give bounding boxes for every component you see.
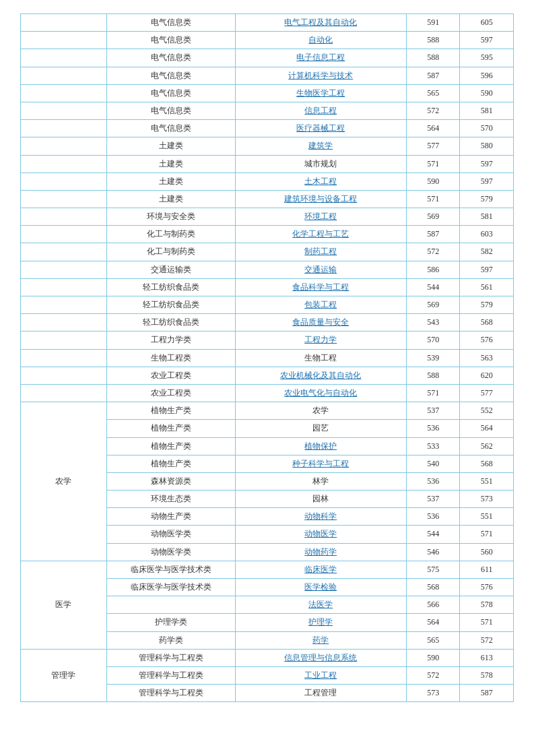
score-min-cell: 568 <box>406 579 460 596</box>
major-cell[interactable]: 制药工程 <box>235 243 406 261</box>
score-max-cell: 573 <box>460 491 514 508</box>
score-max-cell: 562 <box>460 437 514 455</box>
table-row: 轻工纺织食品类食品质量与安全543568 <box>21 314 514 332</box>
table-row: 化工与制药类化学工程与工艺587603 <box>21 226 514 243</box>
score-min-cell: 540 <box>406 455 460 472</box>
subcategory-cell: 电气信息类 <box>106 32 235 49</box>
subcategory-cell <box>106 596 235 614</box>
subcategory-cell: 植物生产类 <box>106 455 235 472</box>
major-cell[interactable]: 植物保护 <box>235 437 406 455</box>
major-cell[interactable]: 信息工程 <box>235 102 406 119</box>
category-cell <box>21 296 106 314</box>
major-cell[interactable]: 种子科学与工程 <box>235 455 406 472</box>
score-max-cell: 551 <box>460 508 514 526</box>
score-min-cell: 572 <box>406 243 460 261</box>
major-cell[interactable]: 计算机科学与技术 <box>235 67 406 84</box>
major-cell[interactable]: 医学检验 <box>235 579 406 596</box>
score-min-cell: 536 <box>406 420 460 437</box>
category-cell <box>21 172 106 190</box>
major-cell[interactable]: 电子信息工程 <box>235 49 406 67</box>
score-min-cell: 546 <box>406 543 460 561</box>
subcategory-cell: 农业工程类 <box>106 367 235 384</box>
score-max-cell: 620 <box>460 367 514 384</box>
major-cell[interactable]: 法医学 <box>235 596 406 614</box>
score-max-cell: 576 <box>460 332 514 349</box>
score-min-cell: 590 <box>406 649 460 666</box>
score-min-cell: 587 <box>406 67 460 84</box>
score-min-cell: 565 <box>406 631 460 649</box>
score-min-cell: 577 <box>406 137 460 155</box>
subcategory-cell: 土建类 <box>106 155 235 172</box>
subcategory-cell: 电气信息类 <box>106 14 235 32</box>
major-cell[interactable]: 农业机械化及其自动化 <box>235 367 406 384</box>
score-max-cell: 570 <box>460 120 514 137</box>
table-row: 土建类城市规划571597 <box>21 155 514 172</box>
score-max-cell: 577 <box>460 384 514 402</box>
score-max-cell: 568 <box>460 455 514 472</box>
major-cell[interactable]: 化学工程与工艺 <box>235 226 406 243</box>
category-cell <box>21 67 106 84</box>
major-cell[interactable]: 信息管理与信息系统 <box>235 649 406 666</box>
score-max-cell: 603 <box>460 226 514 243</box>
major-cell[interactable]: 动物医学 <box>235 526 406 543</box>
score-max-cell: 613 <box>460 649 514 666</box>
score-min-cell: 588 <box>406 32 460 49</box>
major-cell[interactable]: 临床医学 <box>235 561 406 578</box>
major-cell[interactable]: 土木工程 <box>235 172 406 190</box>
table-row: 交通运输类交通运输586597 <box>21 261 514 278</box>
major-cell[interactable]: 食品质量与安全 <box>235 314 406 332</box>
table-row: 农学植物生产类农学537552 <box>21 402 514 420</box>
score-min-cell: 575 <box>406 561 460 578</box>
category-cell <box>21 261 106 278</box>
major-cell[interactable]: 护理学 <box>235 614 406 631</box>
table-row: 电气信息类医疗器械工程564570 <box>21 120 514 137</box>
category-cell <box>21 155 106 172</box>
score-min-cell: 536 <box>406 472 460 490</box>
score-min-cell: 566 <box>406 596 460 614</box>
score-max-cell: 572 <box>460 631 514 649</box>
major-cell[interactable]: 工业工程 <box>235 666 406 684</box>
score-max-cell: 560 <box>460 543 514 561</box>
major-cell[interactable]: 工程力学 <box>235 332 406 349</box>
category-cell <box>21 384 106 402</box>
subcategory-cell: 管理科学与工程类 <box>106 685 235 702</box>
major-cell[interactable]: 食品科学与工程 <box>235 278 406 296</box>
score-max-cell: 597 <box>460 155 514 172</box>
major-cell[interactable]: 建筑学 <box>235 137 406 155</box>
major-cell[interactable]: 电气工程及其自动化 <box>235 14 406 32</box>
subcategory-cell: 化工与制药类 <box>106 243 235 261</box>
subcategory-cell: 电气信息类 <box>106 67 235 84</box>
major-cell[interactable]: 交通运输 <box>235 261 406 278</box>
major-cell: 生物工程 <box>235 349 406 367</box>
score-min-cell: 571 <box>406 155 460 172</box>
score-min-cell: 537 <box>406 491 460 508</box>
major-cell[interactable]: 包装工程 <box>235 296 406 314</box>
subcategory-cell: 护理学类 <box>106 614 235 631</box>
major-cell[interactable]: 动物药学 <box>235 543 406 561</box>
subcategory-cell: 生物工程类 <box>106 349 235 367</box>
major-cell[interactable]: 动物科学 <box>235 508 406 526</box>
score-min-cell: 543 <box>406 314 460 332</box>
score-max-cell: 582 <box>460 243 514 261</box>
major-cell[interactable]: 生物医学工程 <box>235 84 406 102</box>
subcategory-cell: 植物生产类 <box>106 437 235 455</box>
score-max-cell: 597 <box>460 32 514 49</box>
score-min-cell: 590 <box>406 172 460 190</box>
major-cell[interactable]: 药学 <box>235 631 406 649</box>
major-cell[interactable]: 医疗器械工程 <box>235 120 406 137</box>
major-cell[interactable]: 环境工程 <box>235 208 406 226</box>
score-min-cell: 586 <box>406 261 460 278</box>
major-cell[interactable]: 建筑环境与设备工程 <box>235 190 406 208</box>
table-row: 工程力学类工程力学570576 <box>21 332 514 349</box>
category-cell <box>21 332 106 349</box>
score-max-cell: 579 <box>460 190 514 208</box>
score-max-cell: 552 <box>460 402 514 420</box>
table-row: 电气信息类自动化588597 <box>21 32 514 49</box>
major-cell[interactable]: 农业电气化与自动化 <box>235 384 406 402</box>
score-max-cell: 578 <box>460 596 514 614</box>
main-table: 电气信息类电气工程及其自动化591605电气信息类自动化588597电气信息类电… <box>20 13 514 702</box>
score-max-cell: 576 <box>460 579 514 596</box>
major-cell[interactable]: 自动化 <box>235 32 406 49</box>
subcategory-cell: 动物生产类 <box>106 508 235 526</box>
score-min-cell: 571 <box>406 190 460 208</box>
